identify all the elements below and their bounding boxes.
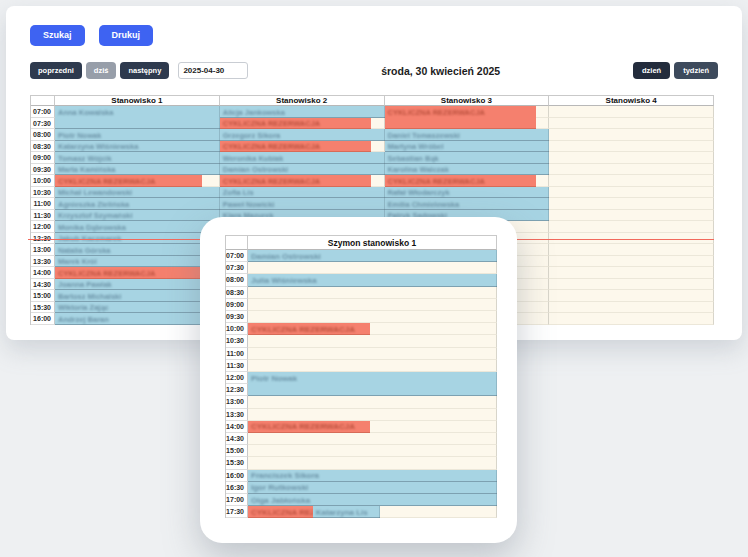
empty-slot[interactable] bbox=[248, 360, 497, 372]
empty-slot[interactable] bbox=[248, 396, 497, 408]
empty-slot[interactable] bbox=[549, 210, 714, 222]
event-booking[interactable]: Paweł Nowicki bbox=[220, 198, 385, 210]
event-cyclic[interactable]: CYKLICZNA REZERWACJA bbox=[220, 175, 372, 187]
event-cyclic[interactable]: CYKLICZNA REZERWACJA bbox=[55, 267, 212, 279]
day-view-button[interactable]: dzień bbox=[633, 62, 670, 79]
event-booking[interactable]: Martyna Wróbel bbox=[385, 141, 550, 153]
print-button[interactable]: Drukuj bbox=[99, 25, 154, 46]
empty-slot[interactable] bbox=[549, 244, 714, 256]
time-label: 13:30 bbox=[226, 409, 248, 421]
toolbar: Szukaj Drukuj bbox=[30, 25, 153, 46]
empty-slot[interactable] bbox=[549, 129, 714, 141]
event-booking[interactable]: Natalia Górska bbox=[55, 244, 220, 256]
event-label: CYKLICZNA REZERWACJA bbox=[248, 323, 370, 334]
next-day-button[interactable]: następny bbox=[120, 62, 169, 79]
empty-slot[interactable] bbox=[549, 256, 714, 268]
event-cyclic[interactable]: CYKLICZNA REZERWACJA bbox=[220, 118, 372, 130]
empty-slot[interactable] bbox=[248, 287, 497, 299]
event-booking[interactable]: Sebastian Bąk bbox=[385, 152, 550, 164]
event-booking[interactable]: Tomasz Wójcik bbox=[55, 152, 220, 164]
event-cyclic[interactable]: CYKLICZNA REZERWACJA bbox=[385, 175, 537, 187]
time-label: 17:00 bbox=[226, 494, 248, 506]
event-booking[interactable]: Joanna Pawlak bbox=[55, 279, 220, 291]
event-label: CYKLICZNA REZERWACJA bbox=[385, 106, 537, 117]
event-booking[interactable]: Michał Lewandowski bbox=[55, 187, 220, 199]
empty-slot[interactable] bbox=[549, 106, 714, 118]
empty-slot[interactable] bbox=[248, 409, 497, 421]
event-booking[interactable]: Krzysztof Szymański bbox=[55, 210, 220, 222]
empty-slot[interactable] bbox=[549, 164, 714, 176]
event-booking[interactable]: Olga Jabłońska bbox=[248, 494, 497, 506]
event-booking[interactable]: Piotr Nowak bbox=[248, 372, 497, 396]
event-cyclic[interactable]: CYKLICZNA REZERWACJA bbox=[220, 141, 372, 153]
event-label: Piotr Nowak bbox=[55, 129, 220, 140]
time-label: 08:30 bbox=[226, 287, 248, 299]
date-input[interactable] bbox=[178, 62, 248, 79]
event-booking[interactable]: Franciszek Sikora bbox=[248, 470, 497, 482]
event-booking[interactable]: Alicja Jankowska bbox=[220, 106, 385, 118]
event-booking[interactable]: Damian Ostrowski bbox=[248, 250, 497, 262]
empty-slot[interactable] bbox=[248, 299, 497, 311]
event-cyclic[interactable]: CYKLICZNA REZERWACJA bbox=[248, 421, 370, 433]
empty-slot[interactable] bbox=[549, 221, 714, 233]
time-label: 11:00 bbox=[226, 348, 248, 360]
event-booking[interactable]: Katarzyna Lis bbox=[313, 506, 380, 518]
event-booking[interactable]: Monika Dąbrowska bbox=[55, 221, 220, 233]
search-button[interactable]: Szukaj bbox=[30, 25, 85, 46]
event-booking[interactable]: Marta Kamińska bbox=[55, 164, 220, 176]
empty-slot[interactable] bbox=[549, 279, 714, 291]
empty-slot[interactable] bbox=[549, 141, 714, 153]
event-booking[interactable]: Katarzyna Wiśniewska bbox=[55, 141, 220, 153]
event-cyclic[interactable]: CYKLICZNA REZERWACJA bbox=[385, 106, 537, 129]
empty-slot[interactable] bbox=[248, 445, 497, 457]
event-booking[interactable]: Karolina Walczak bbox=[385, 164, 550, 176]
event-booking[interactable]: Julia Wiśniewska bbox=[248, 274, 497, 286]
event-label: CYKLICZNA REZERWACJA bbox=[385, 175, 537, 186]
empty-slot[interactable] bbox=[549, 290, 714, 302]
event-label: Marta Kamińska bbox=[55, 164, 220, 175]
event-booking[interactable]: Piotr Nowak bbox=[55, 129, 220, 141]
empty-slot[interactable] bbox=[248, 457, 497, 469]
event-cyclic[interactable]: CYKLICZNA REZERWACJA bbox=[248, 323, 370, 335]
time-label: 15:30 bbox=[31, 302, 55, 314]
prev-day-button[interactable]: poprzedni bbox=[30, 62, 82, 79]
event-booking[interactable]: Weronika Kubiak bbox=[220, 152, 385, 164]
today-button[interactable]: dziś bbox=[86, 62, 117, 79]
empty-slot[interactable] bbox=[549, 313, 714, 325]
event-booking[interactable]: Daniel Tomaszewski bbox=[385, 129, 550, 141]
event-label: Monika Dąbrowska bbox=[55, 221, 220, 232]
event-label: CYKLICZNA REZERWACJA bbox=[55, 267, 212, 278]
empty-slot[interactable] bbox=[248, 311, 497, 323]
time-label: 16:00 bbox=[226, 470, 248, 482]
empty-slot[interactable] bbox=[549, 152, 714, 164]
empty-slot[interactable] bbox=[549, 118, 714, 130]
event-booking[interactable]: Marek Król bbox=[55, 256, 220, 268]
empty-slot[interactable] bbox=[549, 267, 714, 279]
event-booking[interactable]: Bartosz Michalski bbox=[55, 290, 220, 302]
empty-slot[interactable] bbox=[549, 187, 714, 199]
empty-slot[interactable] bbox=[549, 302, 714, 314]
event-booking[interactable]: Zofia Lis bbox=[220, 187, 385, 199]
event-booking[interactable]: Anna Kowalska bbox=[55, 106, 220, 129]
event-booking[interactable]: Agnieszka Zielińska bbox=[55, 198, 220, 210]
event-booking[interactable]: Igor Rutkowski bbox=[248, 482, 497, 494]
event-booking[interactable]: Emilia Chmielewska bbox=[385, 198, 550, 210]
time-label: 15:30 bbox=[226, 457, 248, 469]
empty-slot[interactable] bbox=[549, 175, 714, 187]
empty-slot[interactable] bbox=[248, 262, 497, 274]
event-booking[interactable]: Damian Ostrowski bbox=[220, 164, 385, 176]
empty-slot[interactable] bbox=[248, 433, 497, 445]
week-view-button[interactable]: tydzień bbox=[674, 62, 718, 79]
event-booking[interactable]: Rafał Włodarczyk bbox=[385, 187, 550, 199]
empty-slot[interactable] bbox=[549, 198, 714, 210]
event-booking[interactable]: Andrzej Baran bbox=[55, 313, 220, 325]
empty-slot[interactable] bbox=[248, 348, 497, 360]
event-booking[interactable]: Wiktoria Zając bbox=[55, 302, 220, 314]
empty-slot[interactable] bbox=[248, 335, 497, 347]
event-booking[interactable]: Grzegorz Sikora bbox=[220, 129, 385, 141]
time-label: 11:00 bbox=[31, 198, 55, 210]
event-cyclic[interactable]: CYKLICZNA REZERWACJA bbox=[55, 175, 202, 187]
time-label: 14:00 bbox=[226, 421, 248, 433]
current-date-title: środa, 30 kwiecień 2025 bbox=[381, 65, 500, 77]
event-cyclic[interactable]: CYKLICZNA REZERWACJA bbox=[248, 506, 313, 518]
